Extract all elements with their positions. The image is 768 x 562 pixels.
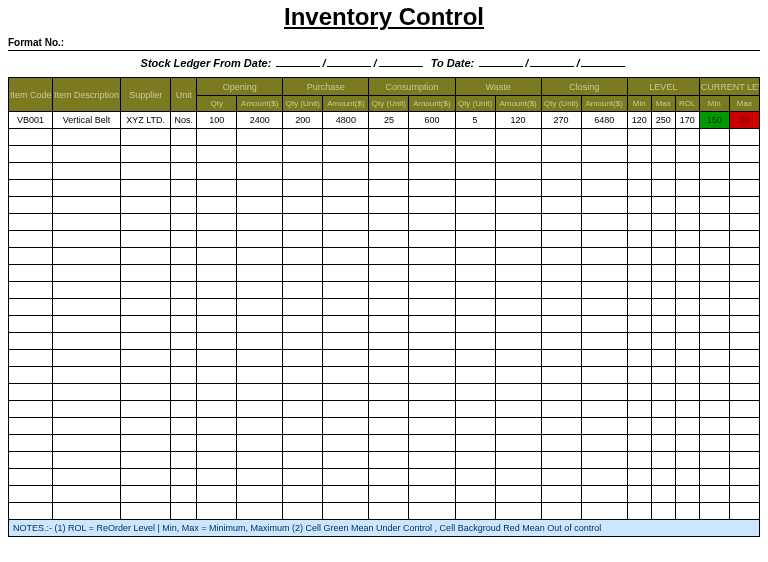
empty-cell[interactable]: [729, 316, 759, 333]
cell-waste_amt[interactable]: 120: [495, 112, 541, 129]
empty-cell[interactable]: [581, 350, 627, 367]
empty-cell[interactable]: [651, 452, 675, 469]
empty-cell[interactable]: [237, 452, 283, 469]
empty-cell[interactable]: [627, 282, 651, 299]
empty-cell[interactable]: [541, 129, 581, 146]
empty-cell[interactable]: [121, 163, 171, 180]
empty-cell[interactable]: [237, 129, 283, 146]
empty-cell[interactable]: [323, 248, 369, 265]
cell-level_min[interactable]: 120: [627, 112, 651, 129]
cell-purchase_amt[interactable]: 4800: [323, 112, 369, 129]
empty-cell[interactable]: [651, 401, 675, 418]
empty-cell[interactable]: [581, 452, 627, 469]
empty-cell[interactable]: [581, 316, 627, 333]
empty-cell[interactable]: [369, 384, 409, 401]
empty-cell[interactable]: [627, 214, 651, 231]
empty-cell[interactable]: [369, 129, 409, 146]
empty-cell[interactable]: [237, 367, 283, 384]
empty-cell[interactable]: [627, 299, 651, 316]
empty-cell[interactable]: [495, 214, 541, 231]
empty-cell[interactable]: [627, 316, 651, 333]
empty-cell[interactable]: [675, 282, 699, 299]
empty-cell[interactable]: [627, 265, 651, 282]
empty-cell[interactable]: [121, 248, 171, 265]
empty-cell[interactable]: [495, 486, 541, 503]
empty-cell[interactable]: [369, 248, 409, 265]
cell-consumption_amt[interactable]: 600: [409, 112, 455, 129]
empty-cell[interactable]: [541, 248, 581, 265]
empty-cell[interactable]: [651, 333, 675, 350]
empty-cell[interactable]: [495, 265, 541, 282]
empty-cell[interactable]: [495, 469, 541, 486]
empty-cell[interactable]: [237, 401, 283, 418]
empty-cell[interactable]: [53, 435, 121, 452]
empty-cell[interactable]: [495, 129, 541, 146]
empty-cell[interactable]: [699, 350, 729, 367]
empty-cell[interactable]: [53, 180, 121, 197]
cell-consumption_qty[interactable]: 25: [369, 112, 409, 129]
empty-cell[interactable]: [237, 486, 283, 503]
empty-cell[interactable]: [651, 367, 675, 384]
empty-cell[interactable]: [323, 469, 369, 486]
empty-cell[interactable]: [651, 350, 675, 367]
empty-cell[interactable]: [237, 197, 283, 214]
empty-cell[interactable]: [651, 418, 675, 435]
cell-level_rol[interactable]: 170: [675, 112, 699, 129]
empty-cell[interactable]: [581, 231, 627, 248]
empty-cell[interactable]: [455, 282, 495, 299]
empty-cell[interactable]: [651, 214, 675, 231]
empty-cell[interactable]: [197, 350, 237, 367]
empty-cell[interactable]: [455, 384, 495, 401]
empty-cell[interactable]: [675, 503, 699, 520]
empty-cell[interactable]: [541, 435, 581, 452]
empty-cell[interactable]: [197, 418, 237, 435]
empty-cell[interactable]: [581, 299, 627, 316]
empty-cell[interactable]: [455, 435, 495, 452]
empty-cell[interactable]: [409, 401, 455, 418]
empty-cell[interactable]: [409, 197, 455, 214]
empty-cell[interactable]: [651, 316, 675, 333]
empty-cell[interactable]: [9, 418, 53, 435]
empty-cell[interactable]: [283, 401, 323, 418]
empty-cell[interactable]: [121, 282, 171, 299]
empty-cell[interactable]: [369, 350, 409, 367]
empty-cell[interactable]: [729, 197, 759, 214]
empty-cell[interactable]: [495, 503, 541, 520]
cell-unit[interactable]: Nos.: [171, 112, 197, 129]
empty-cell[interactable]: [581, 401, 627, 418]
empty-cell[interactable]: [627, 452, 651, 469]
empty-cell[interactable]: [627, 367, 651, 384]
cell-opening_amt[interactable]: 2400: [237, 112, 283, 129]
empty-cell[interactable]: [651, 299, 675, 316]
empty-cell[interactable]: [171, 350, 197, 367]
empty-cell[interactable]: [455, 146, 495, 163]
empty-cell[interactable]: [699, 197, 729, 214]
empty-cell[interactable]: [495, 282, 541, 299]
empty-cell[interactable]: [9, 265, 53, 282]
empty-cell[interactable]: [729, 452, 759, 469]
empty-cell[interactable]: [283, 129, 323, 146]
empty-cell[interactable]: [455, 231, 495, 248]
empty-cell[interactable]: [495, 299, 541, 316]
cell-closing_qty[interactable]: 270: [541, 112, 581, 129]
empty-cell[interactable]: [171, 418, 197, 435]
empty-cell[interactable]: [237, 418, 283, 435]
empty-cell[interactable]: [283, 384, 323, 401]
empty-cell[interactable]: [581, 384, 627, 401]
empty-cell[interactable]: [323, 367, 369, 384]
empty-cell[interactable]: [283, 146, 323, 163]
empty-cell[interactable]: [323, 350, 369, 367]
empty-cell[interactable]: [541, 214, 581, 231]
empty-cell[interactable]: [197, 333, 237, 350]
cell-closing_amt[interactable]: 6480: [581, 112, 627, 129]
empty-cell[interactable]: [197, 452, 237, 469]
empty-cell[interactable]: [627, 197, 651, 214]
empty-cell[interactable]: [197, 180, 237, 197]
empty-cell[interactable]: [283, 486, 323, 503]
empty-cell[interactable]: [541, 384, 581, 401]
empty-cell[interactable]: [171, 469, 197, 486]
empty-cell[interactable]: [409, 418, 455, 435]
empty-cell[interactable]: [409, 384, 455, 401]
empty-cell[interactable]: [323, 333, 369, 350]
empty-cell[interactable]: [581, 146, 627, 163]
